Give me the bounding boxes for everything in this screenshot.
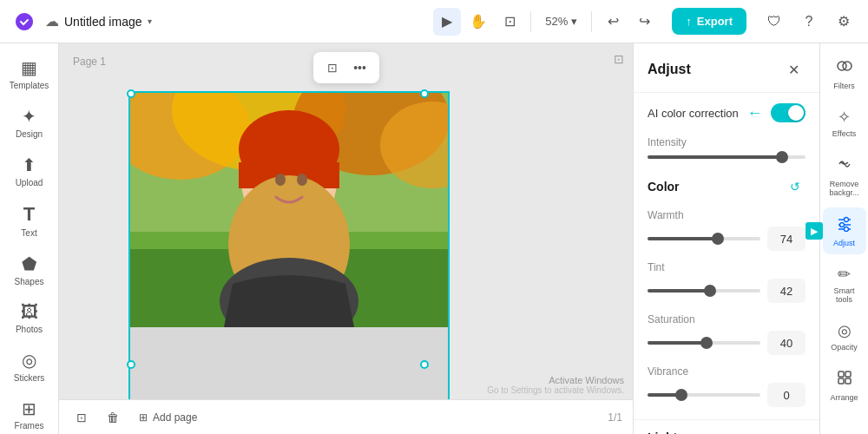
intensity-thumb[interactable] — [776, 151, 788, 163]
svg-rect-23 — [845, 372, 851, 377]
bottom-bar: ⊡ 🗑 ⊞ Add page 1/1 — [59, 399, 633, 434]
saturation-value: 40 — [767, 331, 806, 355]
page-count: 1/1 — [608, 411, 622, 424]
effects-panel-item[interactable]: ✧ Effects — [823, 101, 866, 145]
warmth-thumb[interactable] — [712, 233, 724, 245]
tint-row: Tint 42 — [634, 256, 819, 308]
sidebar-item-stickers[interactable]: ◎ Stickers — [3, 343, 56, 390]
tint-value: 42 — [767, 279, 806, 303]
vibrance-thumb[interactable] — [675, 389, 687, 401]
sidebar-item-text[interactable]: T Text — [3, 196, 56, 245]
logo[interactable] — [10, 8, 38, 36]
ai-toggle[interactable] — [771, 103, 806, 122]
warmth-slider[interactable] — [648, 230, 760, 247]
adjust-panel: Adjust ✕ AI color correction ← Intensity… — [633, 43, 819, 434]
saturation-slider[interactable] — [648, 334, 760, 352]
shapes-icon: ⬟ — [22, 253, 36, 274]
sidebar-item-photos[interactable]: 🖼 Photos — [3, 295, 56, 341]
stickers-icon: ◎ — [22, 350, 36, 371]
delete-page-btn[interactable]: 🗑 — [101, 405, 125, 430]
handle-top-left[interactable] — [127, 89, 135, 98]
page-label: Page 1 — [73, 56, 106, 68]
canvas-bottom-area — [130, 327, 448, 405]
main-area: ▦ Templates ✦ Design ⬆ Upload T Text ⬟ S… — [0, 43, 868, 434]
active-arrow: ▶ — [806, 222, 823, 240]
text-icon: T — [23, 203, 35, 226]
canvas-corner-icon: ⊡ — [614, 52, 624, 66]
help-button[interactable]: ? — [795, 8, 823, 36]
saturation-fill — [648, 341, 707, 345]
canvas-frame[interactable] — [128, 91, 450, 404]
shield-icon-btn[interactable]: 🛡 — [760, 8, 788, 36]
warmth-label: Warmth — [648, 209, 806, 221]
sidebar-item-shapes[interactable]: ⬟ Shapes — [3, 247, 56, 293]
svg-rect-24 — [838, 378, 844, 384]
smart-tools-panel-item[interactable]: ✏ Smart tools — [823, 258, 866, 311]
adjust-panel-item[interactable]: Adjust ▶ — [823, 207, 866, 254]
sidebar-label-templates: Templates — [10, 81, 49, 90]
zoom-value: 52% — [545, 15, 568, 28]
redo-button[interactable]: ↪ — [630, 8, 658, 36]
canvas-more-btn[interactable]: ••• — [348, 56, 372, 80]
effects-icon: ✧ — [838, 108, 851, 127]
zoom-chevron: ▾ — [571, 15, 577, 28]
handle-bottom-right[interactable] — [420, 360, 429, 369]
arrange-panel-item[interactable]: Arrange — [823, 362, 866, 409]
intensity-slider[interactable] — [648, 155, 806, 159]
sidebar-label-upload: Upload — [16, 178, 43, 187]
tint-slider[interactable] — [648, 282, 760, 299]
export-button[interactable]: ↑ Export — [672, 8, 746, 35]
svg-rect-25 — [845, 378, 851, 384]
settings-button[interactable]: ⚙ — [830, 8, 858, 36]
sidebar-item-design[interactable]: ✦ Design — [3, 99, 56, 146]
sidebar-item-frames[interactable]: ⊞ Frames — [3, 391, 56, 434]
warmth-value: 74 — [767, 227, 806, 251]
sidebar-item-upload[interactable]: ⬆ Upload — [3, 148, 56, 194]
warmth-fill — [648, 237, 718, 240]
sidebar-label-design: Design — [16, 129, 43, 139]
hand-tool[interactable]: ✋ — [464, 8, 492, 36]
canvas-area[interactable]: Page 1 ⊡ ••• ⊡ — [59, 43, 633, 434]
page-thumbnail-btn[interactable]: ⊡ — [69, 405, 94, 430]
intensity-fill — [648, 155, 782, 159]
sidebar-label-text: Text — [21, 228, 36, 238]
warmth-row: Warmth 74 — [634, 204, 819, 256]
adjust-close-button[interactable]: ✕ — [781, 57, 806, 82]
tint-thumb[interactable] — [704, 285, 716, 297]
frame-tool[interactable]: ⊡ — [496, 8, 523, 36]
add-page-button[interactable]: ⊞ Add page — [132, 408, 204, 427]
filters-panel-item[interactable]: Filters — [823, 50, 866, 97]
sidebar-item-templates[interactable]: ▦ Templates — [3, 50, 56, 97]
vibrance-slider[interactable] — [648, 386, 760, 404]
ai-correction-row: AI color correction ← — [634, 93, 819, 133]
remove-bg-icon — [836, 155, 853, 177]
intensity-row: Intensity — [634, 133, 819, 169]
canvas-frame-btn[interactable]: ⊡ — [320, 56, 345, 80]
color-section-title: Color — [648, 180, 680, 194]
undo-button[interactable]: ↩ — [599, 8, 627, 36]
select-tool[interactable]: ▶ — [433, 8, 461, 36]
saturation-thumb[interactable] — [700, 337, 713, 349]
sidebar-label-stickers: Stickers — [14, 373, 45, 383]
tool-divider — [530, 11, 531, 32]
color-reset-button[interactable]: ↺ — [785, 176, 806, 197]
toggle-knob — [788, 105, 804, 121]
opacity-panel-item[interactable]: ◎ Opacity — [823, 314, 866, 358]
adjust-title: Adjust — [648, 62, 691, 77]
sidebar-label-frames: Frames — [15, 421, 44, 431]
ai-arrow-icon: ← — [746, 104, 762, 122]
zoom-control[interactable]: 52% ▾ — [538, 8, 584, 36]
vibrance-value: 0 — [767, 383, 806, 407]
color-section-header: Color ↺ — [634, 169, 819, 204]
opacity-icon: ◎ — [838, 321, 852, 340]
tint-fill — [648, 289, 710, 293]
remove-bg-panel-item[interactable]: Remove backgr... — [823, 148, 866, 204]
canvas-toolbar: ⊡ ••• — [313, 52, 379, 83]
vibrance-row: Vibrance 0 — [634, 360, 819, 412]
handle-bottom-left[interactable] — [127, 360, 135, 369]
handle-top-right[interactable] — [420, 89, 429, 98]
sidebar-label-shapes: Shapes — [15, 277, 44, 286]
doc-chevron[interactable]: ▾ — [148, 16, 152, 26]
light-section-header: Light — [634, 419, 819, 434]
vibrance-label: Vibrance — [648, 365, 806, 378]
